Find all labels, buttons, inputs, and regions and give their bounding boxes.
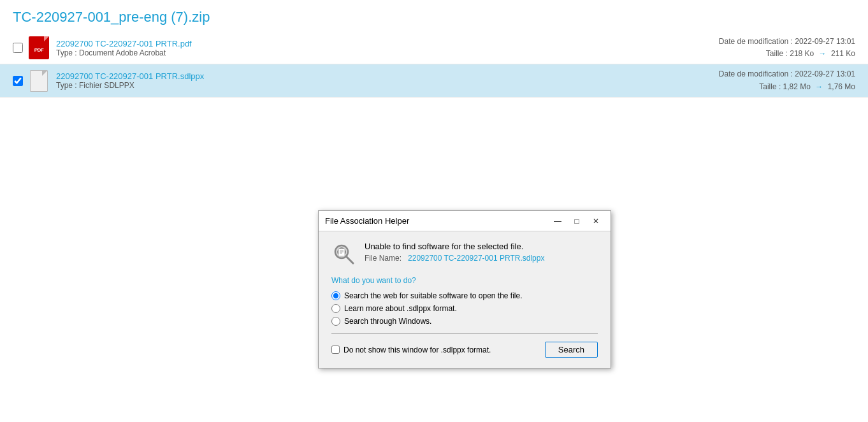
radio-learn[interactable] bbox=[331, 304, 340, 313]
dialog-message: Unable to find software for the selected… bbox=[365, 242, 598, 251]
maximize-button[interactable]: □ bbox=[568, 215, 585, 228]
radio-option-learn[interactable]: Learn more about .sdlppx format. bbox=[331, 304, 598, 313]
search-help-icon bbox=[331, 242, 357, 267]
dialog-filename: File Name: 22092700 TC-220927-001 PRTR.s… bbox=[365, 254, 598, 263]
dialog-overlay: File Association Helper — □ ✕ bbox=[0, 0, 868, 422]
file-association-dialog: File Association Helper — □ ✕ bbox=[318, 210, 611, 368]
filename-label: File Name: bbox=[365, 254, 401, 263]
radio-option-windows[interactable]: Search through Windows. bbox=[331, 317, 598, 326]
dialog-divider bbox=[331, 333, 598, 334]
radio-options: Search the web for suitable software to … bbox=[331, 291, 598, 326]
dialog-titlebar: File Association Helper — □ ✕ bbox=[319, 211, 611, 231]
radio-learn-label[interactable]: Learn more about .sdlppx format. bbox=[344, 304, 457, 313]
minimize-button[interactable]: — bbox=[549, 215, 566, 228]
radio-windows[interactable] bbox=[331, 317, 340, 326]
dialog-header: Unable to find software for the selected… bbox=[331, 242, 598, 267]
titlebar-buttons: — □ ✕ bbox=[549, 215, 604, 228]
svg-line-2 bbox=[346, 256, 353, 263]
dialog-question: What do you want to do? bbox=[331, 276, 598, 285]
svg-rect-3 bbox=[338, 249, 345, 256]
do-not-show-label[interactable]: Do not show this window for .sdlppx form… bbox=[331, 346, 491, 354]
filename-value: 22092700 TC-220927-001 PRTR.sdlppx bbox=[408, 254, 544, 263]
radio-windows-label[interactable]: Search through Windows. bbox=[344, 317, 431, 326]
dialog-footer: Do not show this window for .sdlppx form… bbox=[331, 342, 598, 358]
dialog-title: File Association Helper bbox=[325, 216, 409, 226]
do-not-show-checkbox[interactable] bbox=[331, 346, 340, 354]
radio-web-label[interactable]: Search the web for suitable software to … bbox=[344, 291, 523, 300]
radio-web[interactable] bbox=[331, 291, 340, 300]
dialog-content: Unable to find software for the selected… bbox=[319, 231, 611, 368]
do-not-show-text: Do not show this window for .sdlppx form… bbox=[344, 346, 491, 354]
search-button[interactable]: Search bbox=[545, 342, 598, 358]
radio-option-web[interactable]: Search the web for suitable software to … bbox=[331, 291, 598, 300]
close-button[interactable]: ✕ bbox=[588, 215, 604, 228]
dialog-header-text: Unable to find software for the selected… bbox=[365, 242, 598, 263]
